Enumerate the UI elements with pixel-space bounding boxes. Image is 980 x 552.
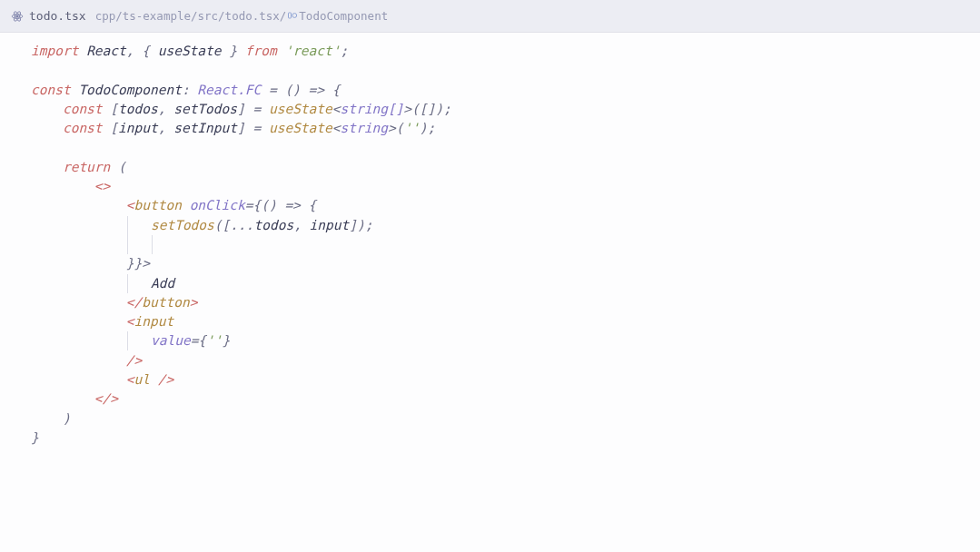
svg-rect-4 <box>289 13 292 18</box>
code-editor[interactable]: import React, { useState } from 'react';… <box>0 33 980 448</box>
code-line: import React, { useState } from 'react'; <box>31 42 980 61</box>
svg-point-0 <box>16 15 18 16</box>
code-line: setTodos([...todos, input]); <box>31 216 980 235</box>
code-line: const [input, setInput] = useState<strin… <box>31 119 980 138</box>
code-line: ) <box>31 409 980 429</box>
code-line <box>31 235 980 254</box>
code-line: <ul /> <box>31 370 980 389</box>
indent-guide <box>127 331 128 350</box>
indent-guide <box>127 216 128 235</box>
symbol-method-icon <box>287 10 298 21</box>
code-line: } <box>31 429 980 448</box>
code-line: const TodoComponent: React.FC = () => { <box>31 81 980 100</box>
code-line: return ( <box>31 158 980 177</box>
code-line <box>31 61 980 80</box>
indent-guide <box>127 235 128 254</box>
indent-guide <box>127 274 128 293</box>
svg-point-5 <box>292 14 297 18</box>
breadcrumb-symbol[interactable]: TodoComponent <box>299 9 388 23</box>
code-line: <> <box>31 177 980 196</box>
code-line: <button onClick={() => { <box>31 196 980 215</box>
indent-guide <box>152 235 153 254</box>
code-line: const [todos, setTodos] = useState<strin… <box>31 100 980 119</box>
react-file-icon <box>11 10 24 23</box>
code-line: </> <box>31 389 980 409</box>
breadcrumb: todo.tsx cpp/ts-example/src/todo.tsx/Tod… <box>0 0 980 33</box>
code-line: value={''} <box>31 331 980 350</box>
code-line: <input <box>31 312 980 331</box>
code-line: }}> <box>31 254 980 273</box>
code-line: </button> <box>31 293 980 312</box>
code-line: Add <box>31 274 980 293</box>
breadcrumb-filename[interactable]: todo.tsx <box>29 9 86 23</box>
code-line: /> <box>31 351 980 370</box>
breadcrumb-path[interactable]: cpp/ts-example/src/todo.tsx/TodoComponen… <box>95 9 389 23</box>
code-line <box>31 138 980 157</box>
